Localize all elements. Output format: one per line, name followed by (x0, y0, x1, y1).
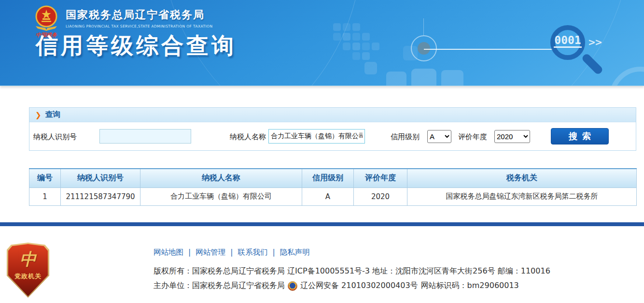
shield-badge-inner: 中 党政机关 (8, 244, 48, 296)
cell-no: 1 (29, 188, 61, 205)
deco-square (362, 43, 370, 50)
footer-link-site-admin[interactable]: 网站管理 (196, 248, 225, 257)
col-header-credit-level: 信用级别 (302, 169, 354, 188)
site-code-text: 网站标识码：bm29060013 (421, 281, 519, 291)
table-row: 1 211121587347790 合力工业车辆（盘锦）有限公司 A 2020 … (29, 188, 637, 205)
page-header: 0001 >> 中国税务 国家税务总局辽宁省税务局 LIAONING PROVI… (0, 0, 644, 86)
orange-arrow-icon: ❯ (35, 111, 42, 119)
deco-square (364, 62, 377, 74)
target-circle-dot (418, 42, 430, 55)
party-gov-shield-badge: 中 党政机关 (7, 243, 49, 298)
deco-square (386, 72, 406, 86)
table-header-row: 编号 纳税人识别号 纳税人名称 信用级别 评价年度 税务机关 (29, 169, 637, 188)
col-header-year: 评价年度 (354, 169, 407, 188)
deco-square (352, 52, 360, 60)
footer-link-sitemap[interactable]: 网站地图 (154, 248, 183, 257)
query-panel-title: 查询 (45, 110, 61, 120)
organizer-line: 主办单位：国家税务总局辽宁省税务局 辽公网安备 21010302000403号 … (154, 281, 519, 291)
deco-square (343, 23, 350, 31)
shield-emblem-glyph: 中 (20, 251, 36, 267)
search-button[interactable]: 搜索 (551, 128, 609, 144)
taxpayer-name-label: 纳税人名称 (230, 132, 266, 142)
shield-badge-label: 党政机关 (14, 272, 42, 281)
police-record-text: 辽公网安备 21010302000403号 (300, 281, 418, 291)
org-name-english: LIAONING PROVINCIAL TAX SERVICE,STATE AD… (66, 24, 212, 29)
taxpayer-id-input[interactable] (99, 129, 191, 144)
police-badge-icon (288, 281, 297, 291)
deco-square (362, 52, 370, 60)
link-separator: | (230, 248, 233, 257)
query-panel-header: ❯ 查询 (29, 108, 636, 122)
cell-taxpayer-name: 合力工业车辆（盘锦）有限公司 (140, 188, 302, 205)
results-table: 编号 纳税人识别号 纳税人名称 信用级别 评价年度 税务机关 1 2111215… (29, 168, 637, 206)
copyright-line: 版权所有：国家税务总局辽宁省税务局 辽ICP备10005551号-3 地址：沈阳… (154, 266, 550, 276)
taxpayer-name-input[interactable] (268, 129, 365, 144)
credit-level-select[interactable]: A (427, 130, 451, 143)
cell-credit-level: A (302, 188, 354, 205)
deco-square (352, 33, 360, 41)
year-label: 评价年度 (458, 132, 487, 142)
deco-square (441, 70, 463, 86)
cell-tax-authority: 国家税务总局盘锦辽东湾新区税务局第二税务所 (407, 188, 637, 205)
cell-taxpayer-id: 211121587347790 (61, 188, 140, 205)
link-separator: | (272, 248, 275, 257)
deco-square (333, 33, 341, 41)
footer-link-contact[interactable]: 联系我们 (238, 248, 267, 257)
magnifier-number: 0001 (554, 34, 582, 48)
deco-horizontal-line (424, 49, 553, 50)
faint-circle-decoration (609, 67, 644, 86)
footer-links: 网站地图|网站管理|联系我们|隐私声明 (154, 247, 310, 258)
col-header-taxpayer-id: 纳税人识别号 (61, 169, 140, 188)
chevron-arrows-decoration: >> (588, 37, 602, 47)
deco-square (372, 43, 379, 50)
link-separator: | (188, 248, 191, 257)
deco-square (411, 69, 436, 86)
deco-square (333, 23, 341, 31)
col-header-taxpayer-name: 纳税人名称 (140, 169, 302, 188)
page-title: 信用等级综合查询 (36, 31, 237, 61)
credit-level-label: 信用级别 (391, 132, 420, 142)
tax-emblem-icon (33, 5, 60, 31)
cell-year: 2020 (354, 188, 407, 205)
org-name: 国家税务总局辽宁省税务局 (66, 8, 212, 22)
col-header-tax-authority: 税务机关 (407, 169, 637, 188)
query-panel: ❯ 查询 纳税人识别号 纳税人名称 信用级别 A 评价年度 2020 搜索 (29, 107, 636, 151)
taxpayer-id-label: 纳税人识别号 (33, 132, 77, 142)
deco-square (352, 23, 360, 31)
query-form: 纳税人识别号 纳税人名称 信用级别 A 评价年度 2020 搜索 (29, 122, 636, 150)
deco-square (343, 33, 350, 41)
deco-square (362, 33, 370, 41)
footer-link-privacy[interactable]: 隐私声明 (280, 248, 310, 257)
deco-square (352, 43, 360, 50)
deco-vertical-line (423, 18, 424, 35)
organizer-text: 主办单位：国家税务总局辽宁省税务局 (154, 281, 285, 291)
deco-square (343, 43, 350, 50)
blue-divider-bar (0, 222, 644, 226)
col-header-no: 编号 (29, 169, 61, 188)
page-footer: 中 党政机关 网站地图|网站管理|联系我们|隐私声明 版权所有：国家税务总局辽宁… (0, 226, 644, 303)
year-select[interactable]: 2020 (494, 130, 530, 143)
